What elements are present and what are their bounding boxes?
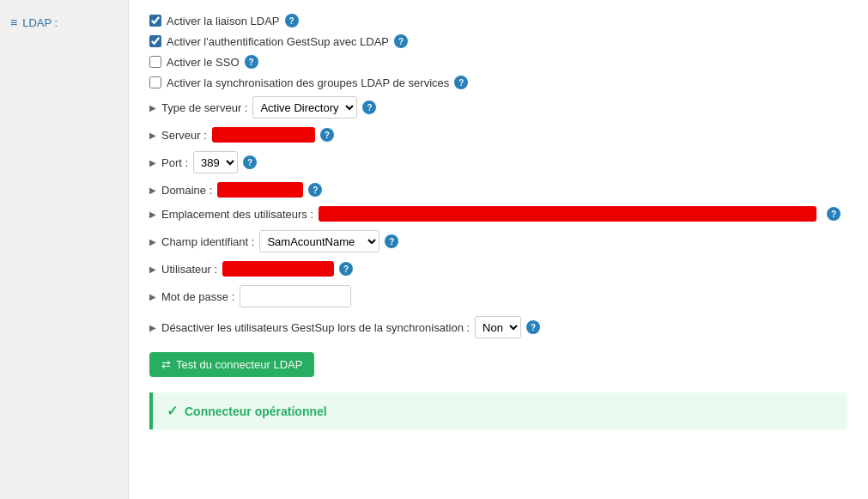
checkbox-ldap-liaison[interactable]: [149, 15, 161, 27]
help-icon-utilisateur[interactable]: ?: [339, 262, 353, 276]
arrow-icon-emplacement: ▶: [149, 210, 156, 219]
checkbox-ldap-liaison-label: Activer la liaison LDAP: [167, 15, 280, 27]
serveur-value-redacted: [212, 127, 315, 143]
champ-select[interactable]: SamAcountName userPrincipalName cn: [259, 230, 379, 253]
arrow-icon-password: ▶: [149, 292, 156, 301]
help-icon-1[interactable]: ?: [285, 14, 299, 27]
help-icon-port[interactable]: ?: [243, 155, 257, 169]
emplacement-row: ▶ Emplacement des utilisateurs : ?: [149, 206, 847, 222]
emplacement-label: ▶ Emplacement des utilisateurs :: [149, 208, 313, 221]
mot-de-passe-input[interactable]: [240, 285, 351, 307]
arrow-icon-desactiver: ▶: [149, 323, 156, 332]
domaine-label: ▶ Domaine :: [149, 184, 212, 197]
utilisateur-row: ▶ Utilisateur : ?: [149, 261, 847, 277]
arrow-icon-port: ▶: [149, 158, 156, 167]
success-message: Connecteur opérationnel: [185, 405, 327, 418]
champ-label: ▶ Champ identifiant :: [149, 235, 254, 248]
test-button[interactable]: ⇄ Test du connecteur LDAP: [149, 352, 314, 377]
mot-de-passe-row: ▶ Mot de passe :: [149, 285, 847, 307]
list-icon: ≡: [10, 15, 17, 29]
refresh-icon: ⇄: [161, 358, 171, 371]
domaine-value-redacted: [217, 182, 303, 198]
type-serveur-row: ▶ Type de serveur : Active Directory Ope…: [149, 96, 847, 119]
mot-de-passe-label: ▶ Mot de passe :: [149, 290, 234, 303]
champ-row: ▶ Champ identifiant : SamAcountName user…: [149, 230, 847, 253]
serveur-label: ▶ Serveur :: [149, 129, 207, 142]
domaine-row: ▶ Domaine : ?: [149, 182, 847, 198]
utilisateur-value-redacted: [222, 261, 334, 277]
checkbox-row-1: Activer la liaison LDAP ?: [149, 14, 847, 27]
checkbox-sync-groups[interactable]: [149, 76, 161, 88]
desactiver-label: ▶ Désactiver les utilisateurs GestSup lo…: [149, 321, 470, 334]
checkbox-sso-label: Activer le SSO: [167, 56, 240, 69]
checkbox-row-2: Activer l'authentification GestSup avec …: [149, 34, 847, 48]
port-select[interactable]: 389 636: [193, 151, 238, 173]
port-label: ▶ Port :: [149, 156, 188, 169]
arrow-icon-domaine: ▶: [149, 186, 156, 195]
sidebar: ≡ LDAP :: [0, 0, 129, 499]
help-icon-3[interactable]: ?: [245, 55, 258, 69]
desactiver-row: ▶ Désactiver les utilisateurs GestSup lo…: [149, 316, 847, 338]
help-icon-serveur[interactable]: ?: [320, 128, 334, 142]
type-serveur-select[interactable]: Active Directory OpenLDAP: [252, 96, 357, 119]
sidebar-item-ldap[interactable]: ≡ LDAP :: [0, 9, 128, 36]
desactiver-select[interactable]: Non Oui: [475, 316, 521, 338]
emplacement-value-redacted: [319, 206, 816, 222]
help-icon-4[interactable]: ?: [454, 76, 468, 89]
checkbox-sso[interactable]: [149, 56, 161, 68]
help-icon-desactiver[interactable]: ?: [526, 320, 540, 334]
type-serveur-label: ▶ Type de serveur :: [149, 101, 247, 114]
checkbox-sync-groups-label: Activer la synchronisation des groupes L…: [167, 76, 449, 89]
main-content: Activer la liaison LDAP ? Activer l'auth…: [129, 0, 868, 499]
help-icon-domaine[interactable]: ?: [308, 183, 322, 197]
serveur-row: ▶ Serveur : ?: [149, 127, 847, 143]
checkbox-auth-gestsup-label: Activer l'authentification GestSup avec …: [167, 35, 389, 48]
help-icon-type[interactable]: ?: [362, 100, 376, 114]
check-icon: ✓: [167, 403, 178, 419]
arrow-icon-champ: ▶: [149, 237, 156, 246]
port-row: ▶ Port : 389 636 ?: [149, 151, 847, 173]
test-button-label: Test du connecteur LDAP: [176, 358, 302, 371]
arrow-icon-type: ▶: [149, 103, 156, 113]
arrow-icon-serveur: ▶: [149, 131, 156, 140]
checkbox-row-3: Activer le SSO ?: [149, 55, 847, 69]
checkbox-row-4: Activer la synchronisation des groupes L…: [149, 76, 847, 89]
utilisateur-label: ▶ Utilisateur :: [149, 263, 217, 276]
sidebar-item-label: LDAP :: [22, 16, 58, 29]
help-icon-champ[interactable]: ?: [385, 234, 398, 248]
success-banner: ✓ Connecteur opérationnel: [149, 393, 847, 429]
arrow-icon-utilisateur: ▶: [149, 265, 156, 274]
help-icon-2[interactable]: ?: [394, 34, 408, 48]
help-icon-emplacement[interactable]: ?: [827, 207, 841, 221]
checkbox-auth-gestsup[interactable]: [149, 35, 161, 47]
